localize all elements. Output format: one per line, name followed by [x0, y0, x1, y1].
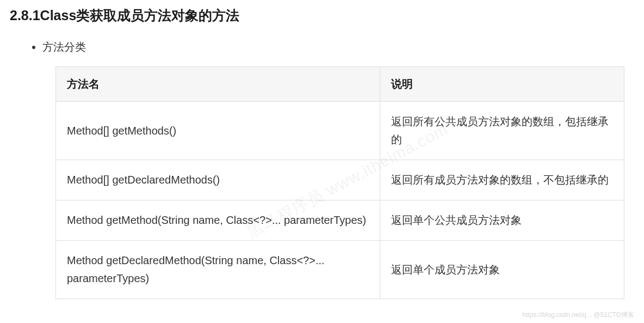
methods-table-wrap: 方法名 说明 Method[] getMethods() 返回所有公共成员方法对…	[55, 66, 624, 299]
header-description: 说明	[380, 67, 624, 102]
table-row: Method getDeclaredMethod(String name, Cl…	[56, 241, 624, 299]
table-row: Method getMethod(String name, Class<?>..…	[56, 200, 624, 241]
table-header-row: 方法名 说明	[56, 67, 624, 102]
bullet-item: 方法分类	[42, 40, 634, 54]
cell-desc: 返回所有公共成员方法对象的数组，包括继承的	[380, 102, 624, 160]
cell-method: Method getMethod(String name, Class<?>..…	[56, 200, 380, 241]
cell-desc: 返回单个公共成员方法对象	[380, 200, 624, 241]
methods-table: 方法名 说明 Method[] getMethods() 返回所有公共成员方法对…	[55, 66, 624, 299]
header-method-name: 方法名	[56, 67, 380, 102]
table-row: Method[] getMethods() 返回所有公共成员方法对象的数组，包括…	[56, 102, 624, 160]
cell-method: Method[] getMethods()	[56, 102, 380, 160]
cell-desc: 返回单个成员方法对象	[380, 241, 624, 299]
table-row: Method[] getDeclaredMethods() 返回所有成员方法对象…	[56, 160, 624, 200]
bullet-list: 方法分类	[10, 40, 634, 54]
section-heading: 2.8.1Class类获取成员方法对象的方法	[10, 7, 634, 25]
cell-method: Method getDeclaredMethod(String name, Cl…	[56, 241, 380, 299]
cell-desc: 返回所有成员方法对象的数组，不包括继承的	[380, 160, 624, 200]
cell-method: Method[] getDeclaredMethods()	[56, 160, 380, 200]
